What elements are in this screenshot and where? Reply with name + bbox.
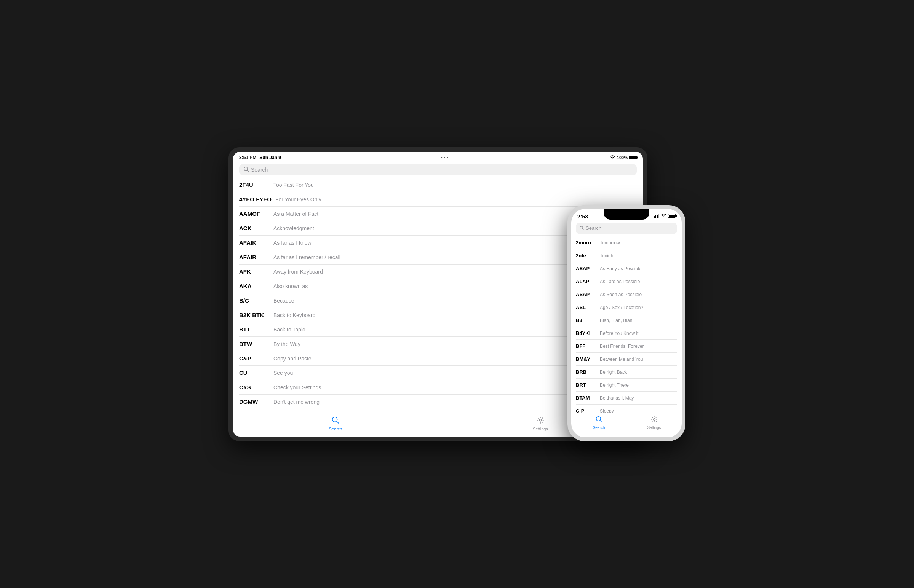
svg-point-4 [539,419,541,421]
ipad-item-full: Check your Settings [273,384,321,391]
scene: 3:51 PM Sun Jan 9 ··· 100% [228,147,686,441]
iphone-list-item[interactable]: BM&Y Between Me and You [576,353,677,366]
ipad-item-full: Too Fast For You [273,182,314,188]
iphone-item-full: Between Me and You [600,357,643,362]
ipad-item-abbr: AFAIK [239,239,270,246]
iphone-settings-tab-icon [651,416,658,425]
ipad-tab-label: Settings [533,426,548,431]
settings-tab-icon [537,416,544,426]
svg-rect-8 [658,214,659,218]
ipad-item-abbr: BTW [239,341,270,347]
iphone-screen: 2:53 [571,209,682,437]
wifi-icon [609,155,615,160]
iphone-battery-icon [668,214,676,218]
iphone-item-full: Best Friends, Forever [600,344,644,349]
ipad-date: Sun Jan 9 [259,155,281,160]
ipad-tab-search[interactable]: Search [233,416,438,431]
iphone-list-item[interactable]: 2nte Tonight [576,249,677,262]
ipad-search-placeholder: Search [251,167,268,173]
iphone-abbreviation-list: 2moro Tomorrow 2nte Tonight AEAP As Earl… [571,236,682,412]
iphone-list-item[interactable]: ASL Age / Sex / Location? [576,301,677,314]
iphone-item-abbr: 2moro [576,240,597,246]
iphone-notch [603,209,649,220]
svg-line-1 [247,170,249,172]
iphone-item-full: As Soon as Possible [600,292,642,297]
ipad-item-full: Copy and Paste [273,355,312,362]
iphone-item-abbr: BTAM [576,395,597,401]
iphone-search-placeholder: Search [586,225,601,231]
ipad-item-full: As far as I know [273,240,312,246]
iphone-tab-bar: Search Settings [571,412,682,437]
ipad-item-full: Don't get me wrong [273,399,320,405]
ipad-item-abbr: DGMW [239,399,270,405]
iphone-search-bar[interactable]: Search [576,223,677,234]
svg-point-13 [653,418,655,420]
ipad-item-full: See you [273,370,293,376]
iphone-signal-icon [654,213,660,218]
iphone-list-item[interactable]: B4YKI Before You Know it [576,327,677,340]
svg-rect-6 [655,215,656,218]
ipad-item-abbr: CU [239,370,270,376]
iphone-item-abbr: AEAP [576,266,597,271]
ipad-item-abbr: CYS [239,384,270,391]
ipad-item-abbr: ACK [239,225,270,231]
ipad-item-abbr: AFK [239,268,270,275]
iphone-item-full: Tomorrow [600,240,620,246]
ipad-time: 3:51 PM [239,155,256,160]
iphone-list-item[interactable]: BTAM Be that as it May [576,392,677,405]
ipad-item-full: Acknowledgment [273,225,314,231]
ipad-item-full: Back to Topic [273,326,305,333]
ipad-item-full: By the Way [273,341,301,347]
iphone-list-item[interactable]: B3 Blah, Blah, Blah [576,314,677,327]
ipad-item-abbr: AKA [239,283,270,289]
ipad-search-icon [244,167,249,173]
ipad-item-abbr: 4YEO FYEO [239,196,272,202]
ipad-item-full: For Your Eyes Only [275,196,322,202]
iphone-list-item[interactable]: BFF Best Friends, Forever [576,340,677,353]
ipad-item-full: Also known as [273,283,308,289]
ipad-search-bar[interactable]: Search [239,164,637,176]
iphone-list-item[interactable]: AEAP As Early as Possible [576,262,677,275]
ipad-item-abbr: C&P [239,355,270,362]
iphone-tab-label: Settings [647,425,661,430]
iphone-list-item[interactable]: BRT Be right There [576,379,677,392]
iphone-tab-search[interactable]: Search [571,416,626,430]
iphone-list-item[interactable]: C-P Sleepy [576,405,677,412]
iphone-wifi-icon [661,213,666,218]
svg-rect-7 [657,215,658,218]
ipad-item-full: Away from Keyboard [273,269,323,275]
iphone-list-item[interactable]: 2moro Tomorrow [576,236,677,249]
iphone-item-full: As Early as Possible [600,266,641,271]
ipad-item-abbr: BTT [239,326,270,333]
iphone-item-full: As Late as Possible [600,279,640,284]
ipad-list-item[interactable]: 4YEO FYEO For Your Eyes Only [239,192,637,207]
iphone-item-abbr: BM&Y [576,356,597,362]
iphone-list-item[interactable]: BRB Be right Back [576,366,677,379]
iphone-item-abbr: B3 [576,317,597,323]
iphone-list-item[interactable]: ASAP As Soon as Possible [576,288,677,301]
iphone-list-item[interactable]: ALAP As Late as Possible [576,275,677,288]
ipad-item-abbr: B2K BTK [239,312,270,318]
iphone-item-abbr: B4YKI [576,330,597,336]
iphone-tab-label: Search [593,425,605,430]
iphone-status-right [654,213,676,218]
iphone-tab-settings[interactable]: Settings [626,416,682,430]
iphone-search-icon [580,225,584,232]
iphone-status-bar: 2:53 [571,209,682,221]
iphone-item-full: Sleepy [600,409,614,412]
ipad-item-full: Back to Keyboard [273,312,316,318]
iphone-item-full: Before You Know it [600,331,638,336]
ipad-status-right: 100% [609,155,637,160]
iphone-item-abbr: BRB [576,369,597,375]
ipad-item-full: Because [273,297,294,304]
iphone-item-abbr: ALAP [576,279,597,284]
iphone-time: 2:53 [578,213,588,220]
ipad-battery-icon [629,156,637,160]
ipad-list-item[interactable]: 2F4U Too Fast For You [239,178,637,192]
ipad-center-dots: ··· [441,154,450,161]
iphone-item-abbr: 2nte [576,253,597,258]
iphone-item-abbr: ASAP [576,292,597,297]
svg-line-10 [583,229,584,230]
iphone-item-full: Age / Sex / Location? [600,305,643,310]
iphone-item-abbr: BFF [576,343,597,349]
